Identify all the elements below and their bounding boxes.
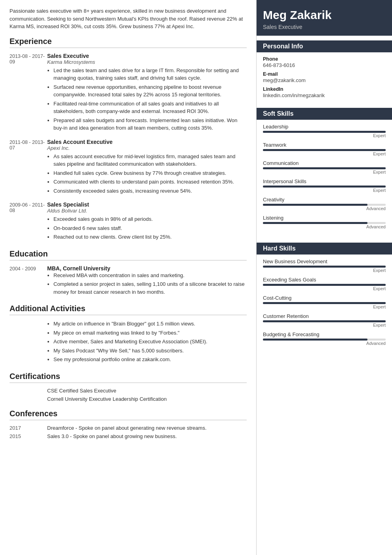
- exp-date: 2013-08 - 2017-09: [10, 53, 47, 133]
- summary-text: Passionate sales executive with 8+ years…: [10, 7, 247, 31]
- skill-name: Listening: [263, 215, 386, 221]
- skill-bar-fill: [263, 302, 386, 304]
- skill-item: Exceeding Sales Goals Expert: [263, 277, 386, 291]
- bullet: Reached out to new clients. Grew client …: [53, 233, 247, 241]
- email-value: meg@zakarik.com: [263, 77, 386, 83]
- conference-entry: 2017 Dreamforce - Spoke on panel about g…: [10, 425, 247, 431]
- experience-section: Experience 2013-08 - 2017-09 Sales Execu…: [10, 37, 247, 242]
- skill-name: Communication: [263, 160, 386, 166]
- certifications-section: Certifications CSE Certified Sales Execu…: [10, 372, 247, 402]
- exp-bullets: Led the sales team and sales drive for a…: [47, 67, 247, 132]
- skill-item: Creativity Advanced: [263, 197, 386, 211]
- personal-info-title: Personal Info: [257, 40, 392, 52]
- skill-name: Exceeding Sales Goals: [263, 277, 386, 283]
- bullet: On-boarded 6 new sales staff.: [53, 224, 247, 232]
- skill-level: Expert: [263, 286, 386, 291]
- skill-name: Budgeting & Forecasting: [263, 331, 386, 337]
- edu-content: MBA, Cornell University Received MBA wit…: [47, 265, 247, 297]
- skill-bar-fill: [263, 222, 367, 224]
- bullet: Communicated with clients to understand …: [53, 178, 247, 186]
- edu-degree-title: MBA, Cornell University: [47, 265, 247, 272]
- experience-entry: 2011-08 - 2013-07 Sales Account Executiv…: [10, 139, 247, 196]
- cert-text: CSE Certified Sales Executive: [47, 388, 247, 394]
- phone-value: 646-873-6016: [263, 62, 386, 68]
- hard-skills-list: New Business Development Expert Exceedin…: [263, 258, 386, 346]
- conf-year: 2017: [10, 425, 47, 431]
- skill-bar-bg: [263, 131, 386, 133]
- cert-entry: CSE Certified Sales Executive: [10, 388, 247, 394]
- edu-bullets: Received MBA with concentration in sales…: [47, 272, 247, 296]
- skill-bar-bg: [263, 266, 386, 268]
- bullet: Exceeded sales goals in 98% of all perio…: [53, 215, 247, 223]
- additional-bullet: See my professional portfolio online at …: [53, 356, 247, 364]
- skill-item: Budgeting & Forecasting Advanced: [263, 331, 386, 346]
- act-date-spacer: [10, 320, 47, 365]
- education-entry: 2004 - 2009 MBA, Cornell University Rece…: [10, 265, 247, 297]
- exp-company: Karma Microsystems: [47, 59, 247, 65]
- exp-date: 2011-08 - 2013-07: [10, 139, 47, 196]
- cert-text: Cornell University Executive Leadership …: [47, 396, 247, 402]
- bullet: Facilitated real-time communication of a…: [53, 100, 247, 115]
- skill-bar-bg: [263, 302, 386, 304]
- skill-item: Customer Retention Expert: [263, 313, 386, 327]
- skill-level: Expert: [263, 151, 386, 156]
- exp-job-title: Sales Executive: [47, 53, 247, 59]
- cert-date-spacer: [10, 388, 47, 394]
- right-header: Meg Zakarik Sales Executive: [257, 0, 392, 36]
- conf-entries: 2017 Dreamforce - Spoke on panel about g…: [10, 425, 247, 439]
- phone-label: Phone: [263, 56, 386, 62]
- skill-item: Listening Advanced: [263, 215, 386, 229]
- skill-bar-bg: [263, 222, 386, 224]
- experience-entry: 2013-08 - 2017-09 Sales Executive Karma …: [10, 53, 247, 133]
- skill-bar-fill: [263, 320, 386, 322]
- bullet: Consistently exceeded sales goals, incre…: [53, 187, 247, 195]
- skill-name: Interpersonal Skills: [263, 178, 386, 184]
- education-entries: 2004 - 2009 MBA, Cornell University Rece…: [10, 265, 247, 297]
- skill-level: Expert: [263, 188, 386, 193]
- skill-bar-fill: [263, 266, 386, 268]
- exp-job-title: Sales Account Executive: [47, 139, 247, 145]
- skill-item: Communication Expert: [263, 160, 386, 174]
- additional-section: Additional Activities My article on infl…: [10, 304, 247, 365]
- conferences-section: Conferences 2017 Dreamforce - Spoke on p…: [10, 409, 247, 439]
- skill-bar-bg: [263, 167, 386, 169]
- exp-company: Apexi Inc.: [47, 145, 247, 151]
- bullet: As sales account executive for mid-level…: [53, 153, 247, 168]
- skill-item: Interpersonal Skills Expert: [263, 178, 386, 193]
- skill-bar-bg: [263, 339, 386, 341]
- hard-skills-section: Hard Skills New Business Development Exp…: [257, 238, 392, 354]
- exp-bullets: As sales account executive for mid-level…: [47, 153, 247, 195]
- skill-name: Cost-Cutting: [263, 295, 386, 301]
- education-title: Education: [10, 249, 247, 260]
- hard-skills-title: Hard Skills: [257, 243, 392, 255]
- soft-skills-title: Soft Skills: [257, 108, 392, 120]
- experience-title: Experience: [10, 37, 247, 48]
- skill-bar-fill: [263, 149, 386, 151]
- exp-content: Sales Account Executive Apexi Inc. As sa…: [47, 139, 247, 196]
- conf-text: Dreamforce - Spoke on panel about genera…: [47, 425, 247, 431]
- skill-level: Expert: [263, 170, 386, 174]
- skill-item: Leadership Expert: [263, 124, 386, 138]
- conferences-title: Conferences: [10, 409, 247, 420]
- personal-info-section: Personal Info Phone 646-873-6016 E-mail …: [257, 36, 392, 103]
- soft-skills-section: Soft Skills Leadership Expert Teamwork E…: [257, 103, 392, 238]
- conf-text: Sales 3.0 - Spoke on panel about growing…: [47, 433, 247, 439]
- skill-bar-bg: [263, 149, 386, 151]
- additional-bullet: My article on influence in "Brain Blogge…: [53, 320, 247, 328]
- bullet: Completed a senior project in sales, sel…: [53, 280, 247, 296]
- skill-bar-fill: [263, 131, 386, 133]
- skill-bar-fill: [263, 186, 386, 188]
- cert-date-spacer: [10, 396, 47, 402]
- exp-content: Sales Executive Karma Microsystems Led t…: [47, 53, 247, 133]
- skill-item: Cost-Cutting Expert: [263, 295, 386, 309]
- candidate-title: Sales Executive: [263, 24, 386, 30]
- skill-bar-bg: [263, 186, 386, 188]
- skill-bar-fill: [263, 167, 386, 169]
- skill-level: Advanced: [263, 224, 386, 229]
- skill-bar-fill: [263, 284, 386, 286]
- right-column: Meg Zakarik Sales Executive Personal Inf…: [257, 0, 392, 555]
- conf-year: 2015: [10, 433, 47, 439]
- additional-bullet: My piece on email marketing was linked t…: [53, 329, 247, 337]
- conference-entry: 2015 Sales 3.0 - Spoke on panel about gr…: [10, 433, 247, 439]
- skill-level: Expert: [263, 268, 386, 273]
